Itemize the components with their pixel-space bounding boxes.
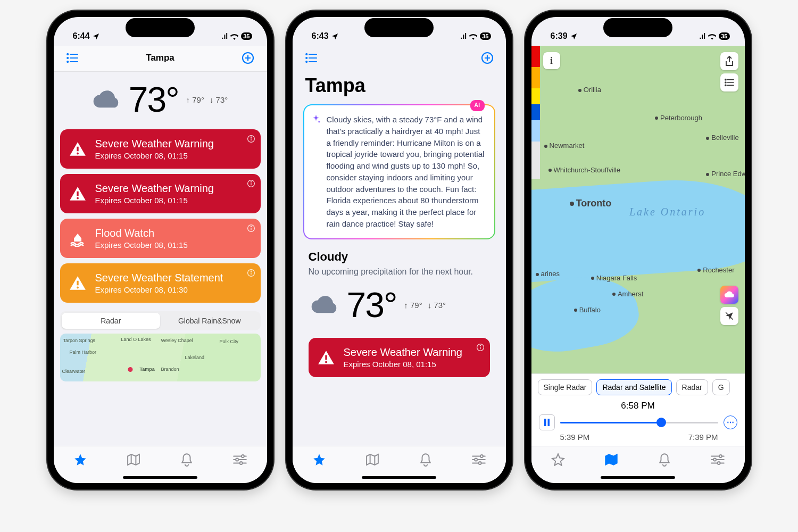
cloud-icon xyxy=(93,89,121,110)
info-icon[interactable] xyxy=(247,179,255,188)
tab-alerts[interactable] xyxy=(178,452,196,468)
tab-alerts[interactable] xyxy=(655,452,674,468)
tab-favorites[interactable] xyxy=(71,452,89,468)
alert-title: Severe Weather Warning xyxy=(344,346,462,359)
alert-title: Flood Watch xyxy=(95,227,188,239)
mode-radar[interactable]: Radar xyxy=(676,379,708,395)
tab-settings[interactable] xyxy=(709,452,727,468)
timeline-current: 6:58 PM xyxy=(539,401,737,411)
cloud-icon xyxy=(311,295,339,315)
svg-point-57 xyxy=(725,85,726,86)
timeline-knob[interactable] xyxy=(656,418,666,427)
alerts-list: Severe Weather Warning Expires October 0… xyxy=(60,129,261,303)
tab-map[interactable] xyxy=(602,452,620,468)
timeline-start: 5:39 PM xyxy=(560,433,590,442)
locate-me-button[interactable] xyxy=(720,307,738,325)
alert-flood-watch[interactable]: Flood Watch Expires October 08, 01:15 xyxy=(60,219,261,258)
map-info-button[interactable]: i xyxy=(543,52,560,69)
warning-icon xyxy=(69,274,87,292)
city-newmarket: Newmarket xyxy=(544,142,585,149)
alert-severe-weather-warning[interactable]: Severe Weather Warning Expires October 0… xyxy=(309,338,490,377)
city-peterborough: Peterborough xyxy=(655,114,702,122)
city-heading: Tampa xyxy=(299,71,500,104)
mode-g[interactable]: G xyxy=(712,379,730,395)
layers-button[interactable] xyxy=(720,73,738,92)
alert-expires: Expires October 08, 01:15 xyxy=(95,151,214,160)
timeline-end: 7:39 PM xyxy=(688,433,718,442)
seg-radar[interactable]: Radar xyxy=(62,313,161,329)
city-orillia: Orillia xyxy=(578,86,601,94)
radar-mode-selector[interactable]: Single Radar Radar and Satellite Radar G xyxy=(536,379,741,401)
info-icon[interactable] xyxy=(247,269,255,277)
dynamic-island xyxy=(603,18,672,37)
tab-alerts[interactable] xyxy=(417,452,435,468)
city-amherst: Amherst xyxy=(612,290,643,298)
tab-favorites[interactable] xyxy=(310,452,328,468)
svg-point-30 xyxy=(236,459,239,461)
share-button[interactable] xyxy=(720,52,738,70)
map-canvas[interactable]: Lake Ontario Toronto Orillia Peterboroug… xyxy=(531,46,745,446)
add-location-button[interactable] xyxy=(479,50,495,66)
precipitation-legend[interactable] xyxy=(531,46,540,179)
tab-favorites[interactable] xyxy=(549,452,567,468)
alert-title: Severe Weather Warning xyxy=(95,182,214,195)
wifi-icon xyxy=(708,33,717,40)
svg-point-33 xyxy=(306,54,307,55)
low-temp: ↓ 73° xyxy=(210,95,228,104)
info-icon[interactable] xyxy=(247,135,255,143)
home-indicator xyxy=(362,476,436,479)
condition-card: Cloudy No upcoming precipitation for the… xyxy=(303,247,495,381)
list-button[interactable] xyxy=(64,50,80,66)
city-stcatharines: arines xyxy=(536,270,560,278)
timeline-track[interactable] xyxy=(560,418,718,427)
alert-severe-weather-warning[interactable]: Severe Weather Warning Expires October 0… xyxy=(60,129,261,169)
mode-single-radar[interactable]: Single Radar xyxy=(538,379,593,395)
cellular-icon: .ıl xyxy=(700,32,706,40)
radar-map-preview[interactable]: Tarpon Springs Palm Harbor Clearwater La… xyxy=(60,334,261,381)
svg-point-50 xyxy=(475,459,478,461)
radar-timeline: 6:58 PM ⋯ 5:39 PM 7:39 PM xyxy=(536,401,741,442)
weather-layers-button[interactable] xyxy=(720,286,738,304)
radar-segmented-control[interactable]: Radar Global Rain&Snow xyxy=(60,311,261,330)
svg-point-55 xyxy=(725,82,726,83)
battery-level: 35 xyxy=(480,32,491,40)
warning-icon xyxy=(317,348,335,367)
svg-point-10 xyxy=(77,153,79,155)
svg-point-52 xyxy=(479,462,481,464)
timeline-more-button[interactable]: ⋯ xyxy=(724,415,737,429)
info-icon[interactable] xyxy=(247,224,255,232)
alert-severe-weather-warning-2[interactable]: Severe Weather Warning Expires October 0… xyxy=(60,174,261,213)
alert-expires: Expires October 08, 01:30 xyxy=(95,285,223,294)
alert-expires: Expires October 08, 01:15 xyxy=(344,360,462,369)
mode-radar-and-satellite[interactable]: Radar and Satellite xyxy=(596,379,671,395)
ai-summary-text: Cloudy skies, with a steady 73°F and a w… xyxy=(327,114,486,230)
warning-icon xyxy=(69,185,87,203)
svg-point-13 xyxy=(251,137,251,137)
svg-point-2 xyxy=(67,57,68,59)
tab-map[interactable] xyxy=(363,452,381,468)
svg-point-21 xyxy=(251,226,251,227)
alert-severe-weather-statement[interactable]: Severe Weather Statement Expires October… xyxy=(60,263,261,303)
dynamic-island xyxy=(126,18,195,37)
alert-expires: Expires October 08, 01:15 xyxy=(95,240,188,250)
status-time: 6:39 xyxy=(551,31,568,41)
map-view[interactable]: Lake Ontario Toronto Orillia Peterboroug… xyxy=(531,46,745,446)
tab-settings[interactable] xyxy=(231,452,249,468)
sparkle-icon xyxy=(311,114,321,124)
list-button[interactable] xyxy=(303,50,319,66)
main-content: Tampa AI Cloudy skies, with a steady 73°… xyxy=(293,71,506,446)
alert-title: Severe Weather Statement xyxy=(95,272,223,284)
ai-summary-card[interactable]: AI Cloudy skies, with a steady 73°F and … xyxy=(303,104,495,239)
svg-point-53 xyxy=(725,79,726,80)
wifi-icon xyxy=(469,33,478,40)
location-icon xyxy=(570,32,578,40)
tab-settings[interactable] xyxy=(470,452,488,468)
info-icon[interactable] xyxy=(476,343,485,352)
tab-map[interactable] xyxy=(124,452,143,468)
temperature-value: 73° xyxy=(129,79,179,120)
low-temp: ↓ 73° xyxy=(428,301,446,310)
pause-button[interactable] xyxy=(539,414,555,430)
add-location-button[interactable] xyxy=(240,50,256,66)
svg-point-48 xyxy=(480,455,483,458)
seg-global-rain-snow[interactable]: Global Rain&Snow xyxy=(160,313,259,329)
